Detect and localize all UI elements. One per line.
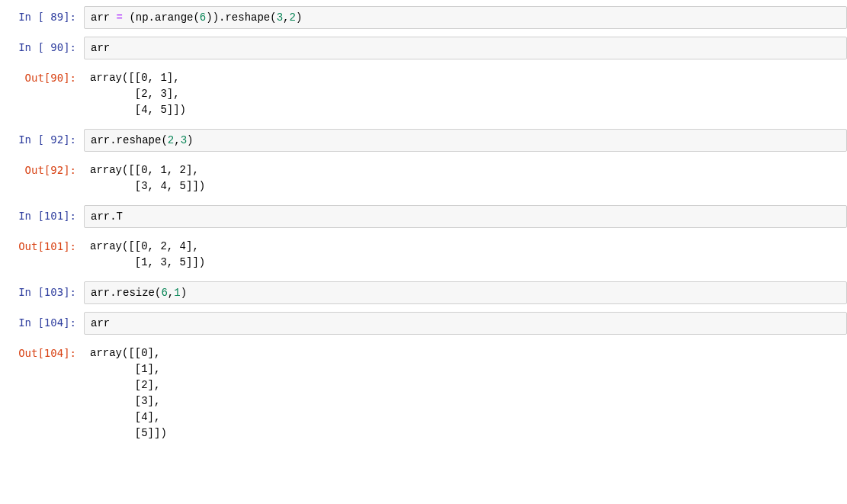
code-output: array([[0, 2, 4], [1, 3, 5]]) [84,236,847,274]
in-prompt: In [103]: [0,281,84,298]
input-cell: In [ 92]:arr.reshape(2,3) [0,129,847,152]
input-cell: In [103]:arr.resize(6,1) [0,281,847,304]
code-token: 6 [161,287,167,299]
code-token: arr [91,317,110,329]
code-token: = [117,11,123,24]
code-output: array([[0], [1], [2], [3], [4], [5]]) [84,342,847,445]
out-prompt: Out[92]: [0,159,84,176]
code-token: (np.arange( [123,11,200,24]
code-token: arr.reshape( [91,134,168,146]
output-cell: Out[92]:array([[0, 1, 2], [3, 4, 5]]) [0,159,847,197]
code-token: 6 [200,11,206,24]
code-token: 1 [174,287,180,299]
out-prompt: Out[104]: [0,342,84,359]
code-token: arr [91,42,110,54]
code-token: , [174,134,180,146]
jupyter-notebook: In [ 89]:arr = (np.arange(6)).reshape(3,… [0,6,847,445]
code-token: 3 [277,11,283,24]
out-prompt: Out[101]: [0,236,84,252]
code-token: ) [296,11,302,24]
input-cell: In [101]:arr.T [0,205,847,228]
in-prompt: In [ 92]: [0,129,84,146]
code-token: 2 [289,11,295,24]
in-prompt: In [ 90]: [0,37,84,53]
input-cell: In [ 90]:arr [0,37,847,59]
code-token: arr.resize( [91,287,161,299]
code-token: 3 [181,134,187,146]
code-token: )).reshape( [206,11,276,24]
code-input[interactable]: arr [84,37,847,59]
code-token: arr [91,11,117,24]
code-token: ) [181,287,187,299]
code-input[interactable]: arr.T [84,205,847,228]
code-token: 2 [168,134,174,146]
code-input[interactable]: arr.resize(6,1) [84,281,847,304]
code-output: array([[0, 1], [2, 3], [4, 5]]) [84,67,847,121]
output-cell: Out[90]:array([[0, 1], [2, 3], [4, 5]]) [0,67,847,121]
in-prompt: In [101]: [0,205,84,222]
code-output: array([[0, 1, 2], [3, 4, 5]]) [84,159,847,197]
code-input[interactable]: arr.reshape(2,3) [84,129,847,152]
input-cell: In [ 89]:arr = (np.arange(6)).reshape(3,… [0,6,847,29]
input-cell: In [104]:arr [0,312,847,335]
in-prompt: In [104]: [0,312,84,329]
code-token: , [168,287,174,299]
in-prompt: In [ 89]: [0,6,84,23]
code-token: ) [187,134,193,146]
code-input[interactable]: arr = (np.arange(6)).reshape(3,2) [84,6,847,29]
out-prompt: Out[90]: [0,67,84,84]
code-input[interactable]: arr [84,312,847,335]
output-cell: Out[101]:array([[0, 2, 4], [1, 3, 5]]) [0,236,847,274]
code-token: arr.T [91,210,123,223]
output-cell: Out[104]:array([[0], [1], [2], [3], [4],… [0,342,847,445]
